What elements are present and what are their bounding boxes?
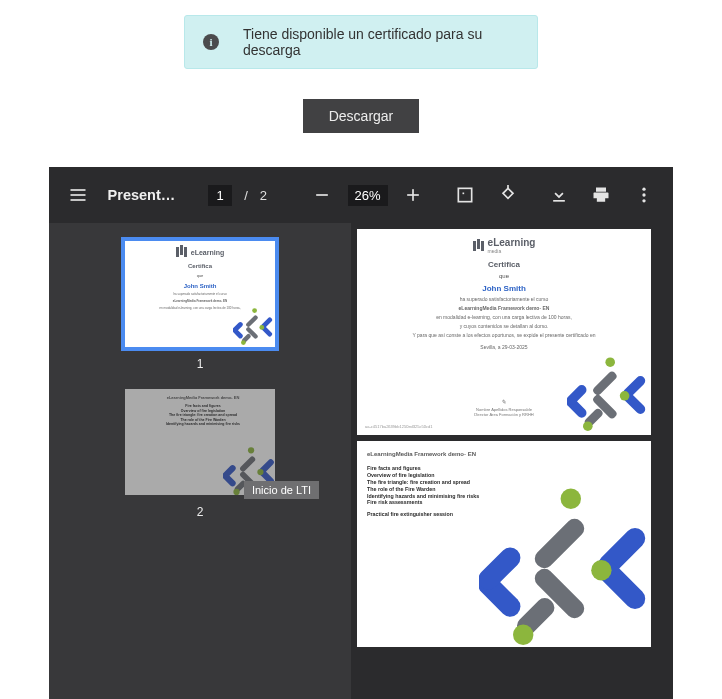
svg-rect-15 <box>412 189 414 201</box>
thumb-2[interactable]: eLearningMedia Framework demo- EN Fire f… <box>125 389 275 495</box>
cert-title: Certifica <box>357 260 651 269</box>
svg-rect-12 <box>71 199 86 201</box>
notice-text: Tiene disponible un certificado para su … <box>243 26 519 58</box>
pdf-toolbar: Presenta… / 2 26% <box>49 167 673 223</box>
page-1: eLearning media Certifica que John Smith… <box>357 229 651 435</box>
svg-rect-17 <box>463 193 465 195</box>
menu-icon[interactable] <box>61 176 96 214</box>
cert-name: John Smith <box>357 284 651 293</box>
rotate-icon[interactable] <box>491 176 526 214</box>
zoom-value: 26% <box>348 185 388 206</box>
pages-panel[interactable]: eLearning media Certifica que John Smith… <box>351 223 673 699</box>
svg-point-20 <box>642 193 645 196</box>
page-2: eLearningMedia Framework demo- EN Fire f… <box>357 441 651 647</box>
svg-point-19 <box>642 188 645 191</box>
print-icon[interactable] <box>584 176 619 214</box>
zoom-out-icon[interactable] <box>305 176 340 214</box>
cert-date: Sevilla, a 29-03-2025 <box>357 344 651 350</box>
thumbnail-panel: eLearning Certifica que John Smith ha su… <box>49 223 351 699</box>
thumb-2-num: 2 <box>125 505 275 519</box>
p2-heading: eLearningMedia Framework demo- EN <box>367 451 651 457</box>
cert-course: eLearningMedia Framework demo- EN <box>357 305 651 311</box>
svg-rect-13 <box>316 194 328 196</box>
info-icon: i <box>203 34 219 50</box>
svg-rect-16 <box>459 188 472 201</box>
total-pages: 2 <box>260 188 267 203</box>
download-button[interactable]: Descargar <box>303 99 420 133</box>
cert-hash: aa-c4517ba2639bb1250ed325c50cd1 <box>365 424 432 429</box>
more-icon[interactable] <box>626 176 661 214</box>
brand-text: eLearning <box>488 237 536 248</box>
thumb-2-wrap[interactable]: eLearningMedia Framework demo- EN Fire f… <box>125 389 275 519</box>
cert-que: que <box>357 273 651 279</box>
doc-title: Presenta… <box>108 187 183 203</box>
brand-sub: media <box>488 248 536 254</box>
thumb-1-num: 1 <box>125 357 275 371</box>
pdf-viewer: Presenta… / 2 26% <box>49 167 673 699</box>
thumb-1[interactable]: eLearning Certifica que John Smith ha su… <box>125 241 275 347</box>
current-page-input[interactable] <box>208 185 232 206</box>
thumb-logo-text: eLearning <box>191 249 224 256</box>
svg-rect-11 <box>71 194 86 196</box>
page-separator: / <box>244 188 248 203</box>
thumb-1-wrap[interactable]: eLearning Certifica que John Smith ha su… <box>125 241 275 371</box>
svg-point-21 <box>642 199 645 202</box>
fit-page-icon[interactable] <box>448 176 483 214</box>
lti-tooltip: Inicio de LTI <box>244 481 319 499</box>
svg-rect-10 <box>71 189 86 191</box>
zoom-in-icon[interactable] <box>396 176 431 214</box>
certificate-notice: i Tiene disponible un certificado para s… <box>184 15 538 69</box>
svg-rect-18 <box>553 200 565 202</box>
download-icon[interactable] <box>541 176 576 214</box>
viewer-body: eLearning Certifica que John Smith ha su… <box>49 223 673 699</box>
